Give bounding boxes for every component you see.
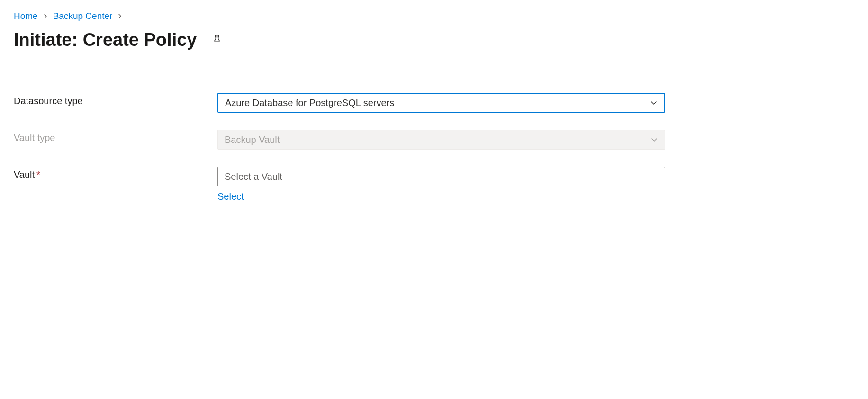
- pin-icon: [212, 34, 222, 46]
- pin-button[interactable]: [210, 32, 224, 48]
- chevron-right-icon: [43, 13, 48, 19]
- chevron-down-icon: [650, 99, 658, 106]
- datasource-type-value: Azure Database for PostgreSQL servers: [225, 98, 394, 108]
- vault-type-label: Vault type: [14, 130, 217, 143]
- breadcrumb-backup-center[interactable]: Backup Center: [53, 11, 113, 21]
- datasource-type-label: Datasource type: [14, 93, 217, 106]
- svg-rect-0: [216, 35, 219, 37]
- vault-label: Vault*: [14, 167, 217, 180]
- required-asterisk: *: [36, 169, 40, 180]
- vault-input[interactable]: [217, 167, 665, 186]
- form-row-datasource-type: Datasource type Azure Database for Postg…: [14, 93, 854, 113]
- breadcrumb: Home Backup Center: [14, 11, 854, 21]
- vault-type-value: Backup Vault: [225, 134, 280, 145]
- breadcrumb-home[interactable]: Home: [14, 11, 38, 21]
- form-row-vault: Vault* Select: [14, 167, 854, 202]
- form-row-vault-type: Vault type Backup Vault: [14, 130, 854, 150]
- datasource-type-dropdown[interactable]: Azure Database for PostgreSQL servers: [217, 93, 665, 113]
- title-row: Initiate: Create Policy: [14, 30, 854, 50]
- chevron-down-icon: [651, 136, 658, 143]
- vault-select-link[interactable]: Select: [217, 191, 244, 202]
- vault-type-dropdown: Backup Vault: [217, 130, 665, 150]
- page-title: Initiate: Create Policy: [14, 30, 197, 50]
- chevron-right-icon: [117, 13, 123, 19]
